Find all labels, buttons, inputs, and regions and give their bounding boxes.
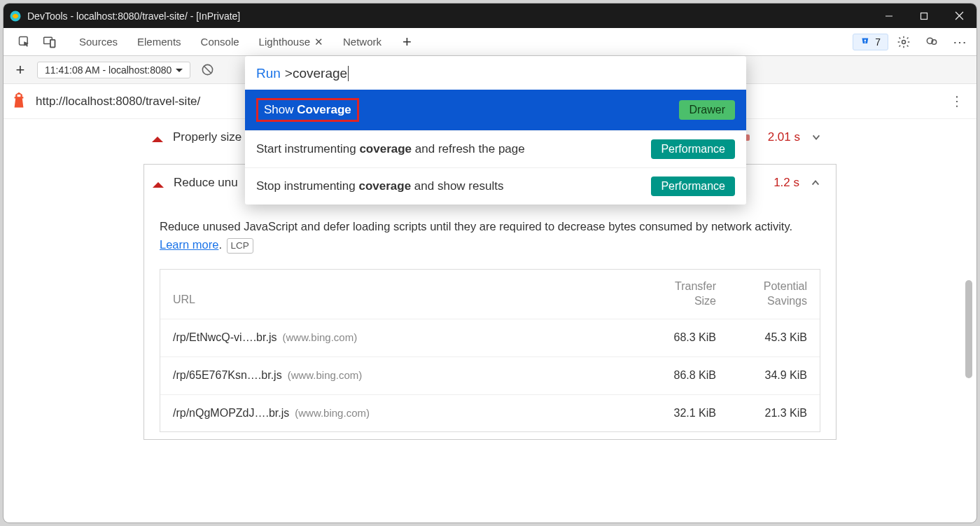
audit-body: Reduce unused JavaScript and defer loadi…	[144, 201, 836, 439]
settings-icon[interactable]	[891, 35, 916, 49]
command-menu: Run >coverage Show Coverage Drawer Start…	[245, 56, 746, 205]
badge-performance: Performance	[651, 139, 735, 159]
issues-badge[interactable]: 7	[853, 34, 888, 50]
badge-drawer: Drawer	[679, 100, 735, 120]
lighthouse-icon	[12, 92, 29, 111]
row-ts: 32.1 KiB	[625, 405, 716, 422]
fail-triangle-icon	[152, 131, 163, 142]
table-header: URL TransferSize PotentialSavings	[160, 270, 820, 319]
command-item-label: Start instrumenting coverage and refresh…	[256, 142, 644, 156]
command-item-stop-coverage[interactable]: Stop instrumenting coverage and show res…	[245, 167, 746, 205]
panel-tabs: Sources Elements Console Lighthouse✕ Net…	[69, 28, 423, 56]
audit-reduce-unused-js: Reduce unu 1.2 s Reduce unused JavaScrip…	[144, 164, 836, 440]
audit-time: 1.2 s	[760, 176, 799, 190]
badge-performance: Performance	[651, 177, 735, 196]
window-close-button[interactable]	[941, 4, 976, 28]
row-ts: 68.3 KiB	[625, 329, 716, 347]
close-tab-icon[interactable]: ✕	[314, 36, 323, 48]
audit-description: Reduce unused JavaScript and defer loadi…	[160, 220, 792, 233]
command-query: >coverage	[285, 66, 349, 81]
row-url: /rp/65E767Ksn….br.js(www.bing.com)	[173, 367, 625, 385]
svg-point-9	[864, 39, 867, 41]
tab-network[interactable]: Network	[333, 28, 391, 56]
row-url: /rp/EtNwcQ-vi….br.js(www.bing.com)	[173, 329, 625, 347]
command-input[interactable]: Run >coverage	[245, 56, 746, 90]
new-report-button[interactable]: +	[9, 59, 31, 81]
chevron-down-icon[interactable]	[810, 131, 822, 144]
row-url: /rp/nQgMOPZdJ….br.js(www.bing.com)	[173, 405, 625, 422]
svg-rect-7	[50, 39, 55, 47]
tab-console[interactable]: Console	[191, 28, 249, 56]
command-item-start-coverage[interactable]: Start instrumenting coverage and refresh…	[245, 130, 746, 167]
command-item-label: Stop instrumenting coverage and show res…	[256, 179, 644, 193]
command-item-label: Show Coverage	[256, 98, 672, 122]
table-row[interactable]: /rp/nQgMOPZdJ….br.js(www.bing.com) 32.1 …	[160, 394, 820, 432]
titlebar: DevTools - localhost:8080/travel-site/ -…	[4, 4, 976, 28]
lcp-badge: LCP	[227, 238, 253, 254]
feedback-icon[interactable]	[919, 35, 944, 49]
row-ps: 34.9 KiB	[716, 367, 807, 385]
table-row[interactable]: /rp/EtNwcQ-vi….br.js(www.bing.com) 68.3 …	[160, 319, 820, 357]
command-item-show-coverage[interactable]: Show Coverage Drawer	[245, 90, 746, 130]
learn-more-link[interactable]: Learn more	[160, 238, 218, 251]
inspect-element-icon[interactable]	[12, 28, 37, 56]
scrollbar-thumb[interactable]	[965, 280, 972, 378]
svg-point-11	[902, 40, 906, 43]
devtools-window: DevTools - localhost:8080/travel-site/ -…	[4, 4, 976, 522]
row-ps: 45.3 KiB	[716, 329, 807, 347]
tab-lighthouse[interactable]: Lighthouse✕	[249, 28, 333, 56]
issues-count: 7	[875, 36, 881, 48]
row-ts: 86.8 KiB	[625, 367, 716, 385]
col-transfer-size: TransferSize	[625, 279, 716, 309]
svg-rect-10	[864, 42, 865, 43]
chevron-up-icon[interactable]	[809, 177, 822, 189]
report-more-icon[interactable]: ⋯	[947, 91, 968, 112]
add-tab-button[interactable]: +	[391, 34, 423, 50]
device-mode-icon[interactable]	[37, 28, 62, 56]
window-minimize-button[interactable]	[872, 4, 906, 28]
svg-rect-2	[921, 13, 927, 19]
audit-time: 2.01 s	[761, 130, 800, 144]
report-selector[interactable]: 11:41:08 AM - localhost:8080	[37, 62, 190, 78]
table-row[interactable]: /rp/65E767Ksn….br.js(www.bing.com) 86.8 …	[160, 357, 820, 394]
row-ps: 21.3 KiB	[716, 405, 807, 422]
tab-sources[interactable]: Sources	[69, 28, 127, 56]
tab-elements[interactable]: Elements	[127, 28, 191, 56]
scrollbar[interactable]	[965, 137, 972, 501]
command-prefix: Run	[256, 66, 281, 81]
window-maximize-button[interactable]	[906, 4, 941, 28]
svg-line-15	[204, 66, 211, 74]
svg-rect-16	[18, 95, 21, 97]
col-potential-savings: PotentialSavings	[716, 279, 807, 309]
more-options-icon[interactable]: ⋯	[947, 34, 972, 50]
window-title: DevTools - localhost:8080/travel-site/ -…	[27, 11, 872, 22]
unused-js-table: URL TransferSize PotentialSavings /rp/Et…	[160, 269, 820, 432]
devtools-toolbar: Sources Elements Console Lighthouse✕ Net…	[4, 28, 976, 56]
clear-reports-icon[interactable]	[196, 63, 218, 76]
fail-triangle-icon	[153, 177, 164, 188]
devtools-app-icon	[9, 10, 22, 22]
col-url: URL	[173, 291, 625, 309]
